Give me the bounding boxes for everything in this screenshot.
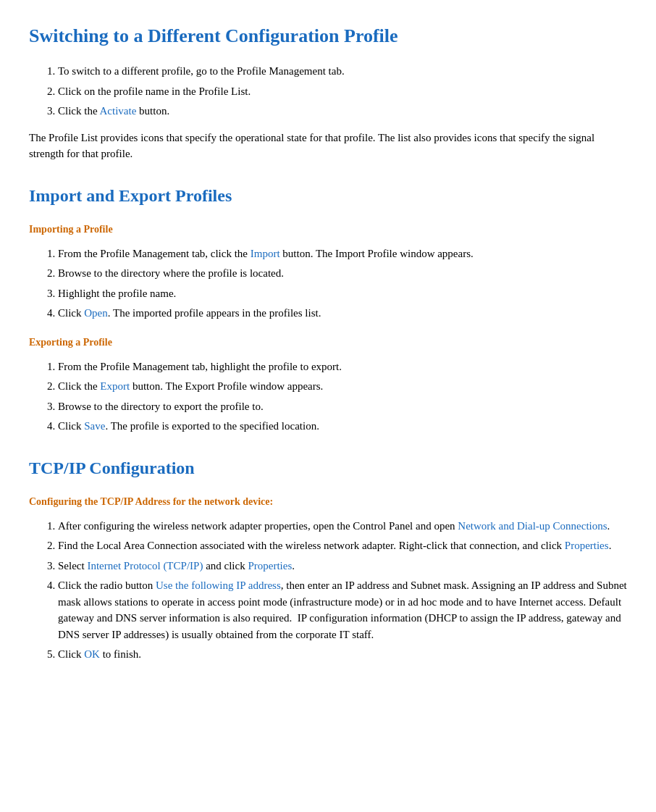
- importing-section: Importing a Profile From the Profile Man…: [29, 222, 627, 322]
- exporting-step-3: Browse to the directory to export the pr…: [58, 398, 627, 415]
- tcpip-step-2: Find the Local Area Connection associate…: [58, 537, 627, 554]
- exporting-step-4: Click Save. The profile is exported to t…: [58, 418, 627, 435]
- network-dialup-link[interactable]: Network and Dial-up Connections: [458, 520, 607, 532]
- ok-link[interactable]: OK: [84, 648, 100, 660]
- importing-step-2: Browse to the directory where the profil…: [58, 265, 627, 282]
- properties-link-1[interactable]: Properties: [565, 540, 609, 551]
- importing-heading: Importing a Profile: [29, 222, 627, 237]
- import-export-title: Import and Export Profiles: [29, 183, 627, 209]
- properties-link-2[interactable]: Properties: [248, 560, 292, 572]
- use-following-ip-link[interactable]: Use the following IP address: [156, 579, 281, 591]
- importing-step-4: Click Open. The imported profile appears…: [58, 305, 627, 322]
- tcpip-step-5: Click OK to finish.: [58, 646, 627, 663]
- save-link[interactable]: Save: [84, 420, 105, 432]
- tcpip-title: TCP/IP Configuration: [29, 455, 627, 481]
- tcpip-step-1: After configuring the wireless network a…: [58, 518, 627, 535]
- exporting-step-2: Click the Export button. The Export Prof…: [58, 378, 627, 395]
- exporting-section: Exporting a Profile From the Profile Man…: [29, 335, 627, 435]
- switching-step-2: Click on the profile name in the Profile…: [58, 83, 627, 100]
- exporting-heading: Exporting a Profile: [29, 335, 627, 350]
- switching-steps-list: To switch to a different profile, go to …: [58, 63, 627, 120]
- activate-link[interactable]: Activate: [100, 105, 137, 117]
- tcpip-step-4: Click the radio button Use the following…: [58, 577, 627, 643]
- switching-body: The Profile List provides icons that spe…: [29, 130, 627, 162]
- switching-title: Switching to a Different Configuration P…: [29, 22, 627, 50]
- exporting-steps-list: From the Profile Management tab, highlig…: [58, 359, 627, 435]
- import-link[interactable]: Import: [251, 248, 280, 259]
- importing-step-1: From the Profile Management tab, click t…: [58, 246, 627, 262]
- importing-steps-list: From the Profile Management tab, click t…: [58, 246, 627, 322]
- switching-step-3: Click the Activate button.: [58, 103, 627, 120]
- open-link[interactable]: Open: [84, 307, 108, 319]
- export-link[interactable]: Export: [100, 380, 130, 392]
- configuring-heading: Configuring the TCP/IP Address for the n…: [29, 494, 627, 509]
- importing-step-3: Highlight the profile name.: [58, 285, 627, 302]
- tcpip-steps-list: After configuring the wireless network a…: [58, 518, 627, 663]
- switching-step-1: To switch to a different profile, go to …: [58, 63, 627, 80]
- configuring-section: Configuring the TCP/IP Address for the n…: [29, 494, 627, 663]
- exporting-step-1: From the Profile Management tab, highlig…: [58, 359, 627, 375]
- tcpip-step-3: Select Internet Protocol (TCP/IP) and cl…: [58, 558, 627, 574]
- internet-protocol-link[interactable]: Internet Protocol (TCP/IP): [87, 560, 203, 572]
